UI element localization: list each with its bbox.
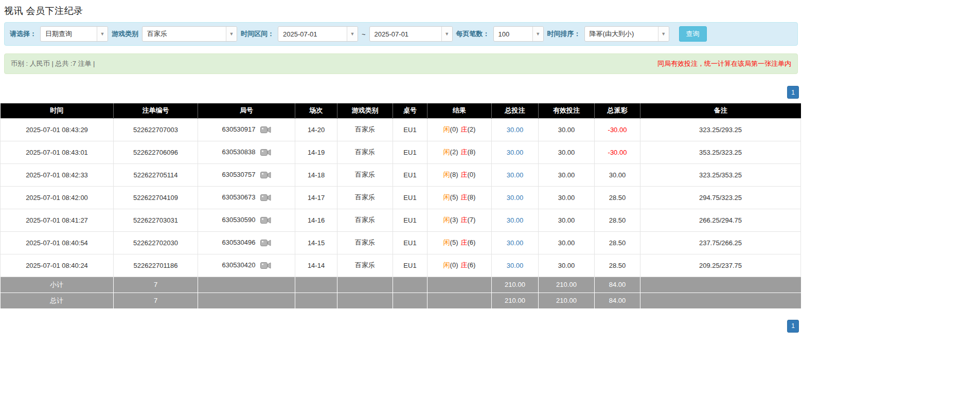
bet-id-cell: 522622701186 xyxy=(114,254,198,277)
video-icon[interactable] xyxy=(260,125,271,134)
video-icon[interactable] xyxy=(260,171,271,179)
game-type-cell: 百家乐 xyxy=(337,209,393,231)
total-bet-link[interactable]: 30.00 xyxy=(507,262,524,269)
note-cell: 237.75/266.25 xyxy=(640,231,801,254)
banker-result-score: (2) xyxy=(468,125,476,133)
note-cell: 323.25/353.25 xyxy=(640,163,801,186)
round-id: 630530496 xyxy=(222,239,255,247)
total-bet-cell: 30.00 xyxy=(492,141,539,163)
result-cell: 闲(5)庄(6) xyxy=(427,231,492,254)
column-header-6: 结果 xyxy=(427,103,492,118)
video-icon[interactable] xyxy=(260,216,271,225)
subtotal-row-empty-cell xyxy=(295,277,337,293)
banker-result-score: (8) xyxy=(468,193,476,201)
column-header-8: 有效投注 xyxy=(539,103,595,118)
page-title: 视讯 会员下注纪录 xyxy=(0,0,801,22)
chevron-down-icon[interactable]: ▼ xyxy=(347,27,358,41)
subtotal-row-total-bet-cell: 210.00 xyxy=(492,277,539,293)
total-bet-link[interactable]: 30.00 xyxy=(507,194,524,202)
banker-result-label: 庄 xyxy=(461,171,468,178)
date-from-value: 2025-07-01 xyxy=(278,27,347,41)
player-result-label: 闲 xyxy=(443,148,450,156)
total-bet-cell: 30.00 xyxy=(492,209,539,231)
page-1-button[interactable]: 1 xyxy=(787,86,799,99)
chevron-down-icon[interactable]: ▼ xyxy=(97,27,108,41)
total-bet-cell: 30.00 xyxy=(492,163,539,186)
player-result-score: (3) xyxy=(450,216,458,224)
chevron-down-icon[interactable]: ▼ xyxy=(226,27,237,41)
banker-result-label: 庄 xyxy=(461,216,468,224)
game-type-cell: 百家乐 xyxy=(337,254,393,277)
session-cell: 14-18 xyxy=(295,163,337,186)
round-id: 630530757 xyxy=(222,171,255,179)
total-row-total-bet-cell: 210.00 xyxy=(492,293,539,308)
total-bet-link[interactable]: 30.00 xyxy=(507,216,524,224)
session-cell: 14-20 xyxy=(295,118,337,141)
table-header-row: 时间注单编号局号场次游戏类别桌号结果总投注有效投注总派彩备注 xyxy=(1,103,801,118)
time-cell: 2025-07-01 08:42:00 xyxy=(1,186,114,209)
chevron-down-icon[interactable]: ▼ xyxy=(658,27,669,41)
page-1-button[interactable]: 1 xyxy=(787,320,799,333)
video-icon[interactable] xyxy=(260,148,271,157)
video-icon[interactable] xyxy=(260,193,271,202)
chevron-down-icon[interactable]: ▼ xyxy=(441,27,452,41)
table-row: 2025-07-01 08:43:29522622707003630530917… xyxy=(1,118,801,141)
column-header-5: 桌号 xyxy=(393,103,427,118)
player-result-score: (0) xyxy=(450,261,458,269)
time-cell: 2025-07-01 08:41:27 xyxy=(1,209,114,231)
payout-cell: 28.50 xyxy=(595,231,640,254)
subtotal-row-label-cell: 小计 xyxy=(1,277,114,293)
session-cell: 14-15 xyxy=(295,231,337,254)
total-row-count-cell: 7 xyxy=(114,293,198,308)
session-cell: 14-14 xyxy=(295,254,337,277)
payout-cell: -30.00 xyxy=(595,118,640,141)
total-row-empty-cell xyxy=(427,293,492,308)
column-header-7: 总投注 xyxy=(492,103,539,118)
video-icon[interactable] xyxy=(260,239,271,247)
search-button[interactable]: 查询 xyxy=(679,26,707,42)
table-no-cell: EU1 xyxy=(393,231,427,254)
page-size-select[interactable]: 100 ▼ xyxy=(493,26,544,42)
game-type-value: 百家乐 xyxy=(142,27,226,41)
total-bet-link[interactable]: 30.00 xyxy=(507,126,524,134)
round-cell: 630530838 xyxy=(198,141,295,163)
round-id: 630530590 xyxy=(222,216,255,224)
bet-id-cell: 522622707003 xyxy=(114,118,198,141)
time-sort-select[interactable]: 降幂(由大到小) ▼ xyxy=(584,26,669,42)
subtotal-row-payout-cell: 84.00 xyxy=(595,277,640,293)
game-type-cell: 百家乐 xyxy=(337,118,393,141)
pagination-bottom: 1 xyxy=(0,320,799,333)
total-row-empty-cell xyxy=(337,293,393,308)
session-cell: 14-19 xyxy=(295,141,337,163)
total-bet-link[interactable]: 30.00 xyxy=(507,239,524,247)
video-icon[interactable] xyxy=(260,261,271,270)
valid-bet-cell: 30.00 xyxy=(539,186,595,209)
game-type-select[interactable]: 百家乐 ▼ xyxy=(142,26,237,42)
query-type-select[interactable]: 日期查询 ▼ xyxy=(40,26,108,42)
total-row-empty-cell xyxy=(393,293,427,308)
column-header-1: 注单编号 xyxy=(114,103,198,118)
same-round-notice: 同局有效投注，统一计算在该局第一张注单内 xyxy=(657,59,791,68)
column-header-9: 总派彩 xyxy=(595,103,640,118)
player-result-score: (8) xyxy=(450,171,458,178)
total-bet-link[interactable]: 30.00 xyxy=(507,149,524,156)
total-bet-cell: 30.00 xyxy=(492,254,539,277)
result-cell: 闲(5)庄(8) xyxy=(427,186,492,209)
table-no-cell: EU1 xyxy=(393,141,427,163)
date-range-tilde: ~ xyxy=(362,30,366,38)
chevron-down-icon[interactable]: ▼ xyxy=(532,27,543,41)
round-cell: 630530496 xyxy=(198,231,295,254)
time-cell: 2025-07-01 08:40:54 xyxy=(1,231,114,254)
result-cell: 闲(0)庄(6) xyxy=(427,254,492,277)
table-no-cell: EU1 xyxy=(393,163,427,186)
player-result-label: 闲 xyxy=(443,171,450,178)
subtotal-row-empty-cell xyxy=(198,277,295,293)
subtotal-row-empty-cell xyxy=(393,277,427,293)
subtotal-row-empty-cell xyxy=(337,277,393,293)
date-to-select[interactable]: 2025-07-01 ▼ xyxy=(369,26,453,42)
player-result-label: 闲 xyxy=(443,239,450,246)
valid-bet-cell: 30.00 xyxy=(539,141,595,163)
note-cell: 353.25/323.25 xyxy=(640,141,801,163)
total-bet-link[interactable]: 30.00 xyxy=(507,171,524,179)
date-from-select[interactable]: 2025-07-01 ▼ xyxy=(278,26,358,42)
